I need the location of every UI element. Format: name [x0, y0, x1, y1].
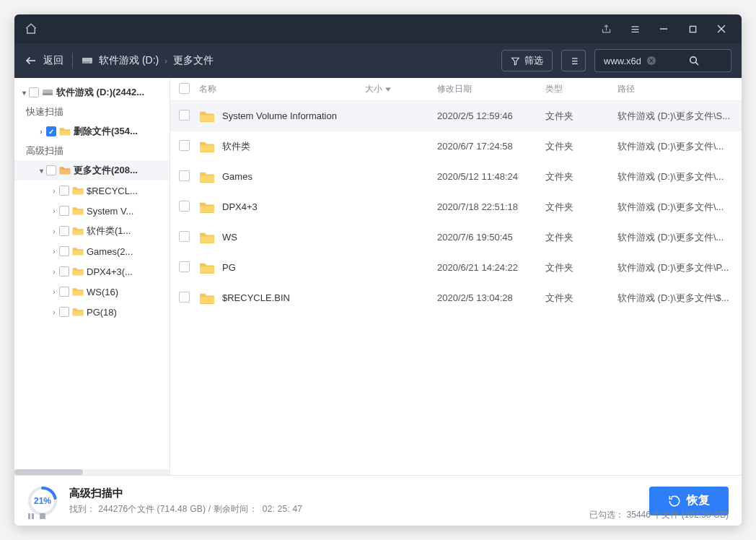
- filter-button[interactable]: 筛选: [501, 50, 553, 71]
- tree-root[interactable]: ▾ 软件游戏 (D:)(2442...: [14, 82, 170, 103]
- stop-button[interactable]: [39, 513, 46, 520]
- chevron-right-icon[interactable]: ›: [49, 227, 59, 235]
- table-row[interactable]: PG 2020/6/21 14:24:22 文件夹 软件游戏 (D:)\更多文件…: [170, 253, 742, 283]
- app-window: 返回 软件游戏 (D:) › 更多文件 筛选 www.x6d.com: [14, 14, 742, 526]
- restore-icon: [668, 495, 681, 508]
- chevron-down-icon[interactable]: ▾: [36, 167, 46, 175]
- file-path: 软件游戏 (D:)\更多文件\P...: [617, 261, 733, 274]
- close-button[interactable]: [711, 19, 731, 39]
- checkbox[interactable]: [29, 87, 39, 97]
- pause-button[interactable]: [27, 513, 35, 520]
- svg-rect-4: [690, 26, 695, 32]
- search-input[interactable]: www.x6d.com: [594, 49, 731, 72]
- row-checkbox[interactable]: [179, 292, 190, 302]
- col-name[interactable]: 名称: [199, 83, 365, 95]
- file-date: 2020/6/21 14:24:22: [437, 262, 545, 273]
- checkbox[interactable]: [46, 165, 56, 175]
- svg-rect-33: [73, 311, 84, 316]
- folder-other-icon: [59, 165, 71, 176]
- home-icon[interactable]: [25, 22, 38, 35]
- menu-icon[interactable]: [625, 19, 645, 39]
- share-icon[interactable]: [596, 19, 616, 39]
- row-checkbox[interactable]: [179, 170, 190, 181]
- tree-child[interactable]: › System V...: [14, 201, 170, 221]
- restore-label: 恢复: [687, 493, 710, 508]
- disk-icon: [82, 55, 93, 66]
- checkbox[interactable]: [59, 206, 69, 216]
- folder-icon: [72, 266, 84, 277]
- crumb-folder[interactable]: 更多文件: [173, 54, 214, 67]
- maximize-button[interactable]: [682, 19, 703, 39]
- svg-rect-45: [32, 513, 34, 519]
- crumb-drive[interactable]: 软件游戏 (D:): [99, 54, 159, 67]
- svg-rect-29: [73, 230, 84, 235]
- chevron-right-icon[interactable]: ›: [49, 308, 59, 316]
- select-all-checkbox[interactable]: [179, 83, 190, 94]
- col-size[interactable]: 大小: [365, 83, 437, 95]
- scan-controls: [27, 513, 46, 520]
- table-row[interactable]: $RECYCLE.BIN 2020/2/5 13:04:28 文件夹 软件游戏 …: [170, 283, 742, 313]
- checkbox[interactable]: [59, 287, 69, 297]
- col-type[interactable]: 类型: [545, 83, 617, 95]
- file-path: 软件游戏 (D:)\更多文件\...: [617, 170, 733, 183]
- table-row[interactable]: System Volume Information 2020/2/5 12:59…: [170, 101, 742, 131]
- search-icon[interactable]: [688, 55, 725, 66]
- minimize-button[interactable]: [654, 19, 674, 39]
- folder-icon: [199, 170, 215, 183]
- chevron-right-icon[interactable]: ›: [49, 207, 59, 215]
- table-row[interactable]: 软件类 2020/6/7 17:24:58 文件夹 软件游戏 (D:)\更多文件…: [170, 131, 742, 162]
- folder-icon: [199, 110, 215, 123]
- sidebar: ▾ 软件游戏 (D:)(2442... 快速扫描 › ✓ 删除文件(354...…: [14, 78, 170, 475]
- row-checkbox[interactable]: [179, 110, 190, 121]
- file-name: WS: [222, 232, 237, 243]
- row-checkbox[interactable]: [179, 261, 190, 272]
- checkbox[interactable]: [59, 307, 69, 317]
- back-button[interactable]: 返回: [25, 54, 63, 67]
- search-value: www.x6d.com: [604, 56, 641, 66]
- row-checkbox[interactable]: [179, 231, 190, 242]
- col-path[interactable]: 路径: [617, 83, 733, 95]
- tree-child[interactable]: › PG(18): [14, 302, 170, 322]
- chevron-right-icon[interactable]: ›: [49, 268, 59, 276]
- list-view-button[interactable]: [561, 50, 586, 71]
- checkbox[interactable]: [59, 266, 69, 276]
- tree-child[interactable]: › WS(16): [14, 282, 170, 302]
- folder-icon: [72, 205, 84, 217]
- tree-more-files[interactable]: ▾ 更多文件(208...: [14, 160, 170, 180]
- tree-child[interactable]: › $RECYCL...: [14, 180, 170, 201]
- folder-icon: [72, 306, 84, 318]
- tree-child[interactable]: › Games(2...: [14, 241, 170, 261]
- file-name: $RECYCLE.BIN: [222, 292, 290, 303]
- back-label: 返回: [43, 54, 63, 67]
- chevron-right-icon[interactable]: ›: [49, 248, 59, 256]
- tree-child[interactable]: › 软件类(1...: [14, 221, 170, 241]
- tree-child[interactable]: › DPX4+3(...: [14, 261, 170, 282]
- clear-search-icon[interactable]: [646, 56, 683, 66]
- row-checkbox[interactable]: [179, 140, 190, 151]
- svg-rect-37: [200, 175, 214, 182]
- table-row[interactable]: WS 2020/7/6 19:50:45 文件夹 软件游戏 (D:)\更多文件\…: [170, 222, 742, 253]
- checkbox-checked[interactable]: ✓: [46, 126, 56, 136]
- file-type: 文件夹: [545, 140, 617, 153]
- col-modified[interactable]: 修改日期: [437, 83, 545, 95]
- table-row[interactable]: DPX4+3 2020/7/18 22:51:18 文件夹 软件游戏 (D:)\…: [170, 192, 742, 222]
- chevron-right-icon[interactable]: ›: [36, 128, 46, 136]
- checkbox[interactable]: [59, 186, 69, 196]
- folder-icon: [199, 201, 215, 214]
- checkbox[interactable]: [59, 226, 69, 236]
- chevron-right-icon[interactable]: ›: [49, 187, 59, 195]
- checkbox[interactable]: [59, 246, 69, 256]
- table-row[interactable]: Games 2020/5/12 11:48:24 文件夹 软件游戏 (D:)\更…: [170, 162, 742, 192]
- tree-deleted-files[interactable]: › ✓ 删除文件(354...: [14, 121, 170, 141]
- folder-icon: [199, 140, 215, 153]
- main-area: ▾ 软件游戏 (D:)(2442... 快速扫描 › ✓ 删除文件(354...…: [14, 78, 742, 475]
- file-date: 2020/2/5 12:59:46: [437, 110, 545, 121]
- folder-icon: [72, 225, 84, 237]
- sidebar-horizontal-scrollbar[interactable]: [14, 469, 170, 475]
- chevron-right-icon[interactable]: ›: [49, 288, 59, 296]
- chevron-down-icon[interactable]: ▾: [19, 89, 29, 97]
- row-checkbox[interactable]: [179, 201, 190, 212]
- file-name: DPX4+3: [222, 201, 258, 212]
- file-date: 2020/7/6 19:50:45: [437, 232, 545, 243]
- folder-icon: [199, 231, 215, 244]
